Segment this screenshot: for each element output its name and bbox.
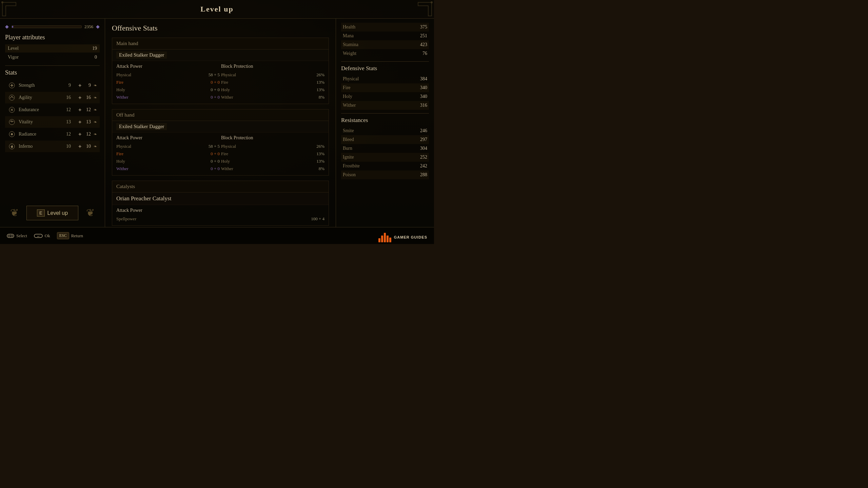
catalyst-stats: Attack Power Spellpower 100 + 4 [112, 205, 329, 225]
svg-point-1 [431, 1, 433, 3]
stat-radiance-base: 12 [66, 131, 71, 137]
gamer-guides-text: GAMER GUIDES [394, 235, 427, 239]
gamepad-ok-icon: ↩ [34, 233, 43, 239]
xp-icon-left: ◆ [5, 24, 9, 29]
main-hand-wither-atk: Wither 0 + 0 [116, 94, 220, 101]
stat-agility-arrow: ❧ [94, 95, 97, 100]
stat-agility-total: 16 [84, 95, 91, 100]
main-hand-block-title: Block Protection [221, 64, 324, 69]
stat-inferno-label: Inferno [19, 144, 66, 149]
stat-vitality-label: Vitality [19, 119, 66, 125]
header-bar: Level up [0, 0, 434, 19]
catalyst-spellpower: Spellpower 100 + 4 [116, 215, 324, 223]
off-hand-physical-blk: Physical 26% [221, 143, 324, 150]
stat-strength-base: 9 [68, 83, 71, 88]
stat-endurance-arrow: ❧ [94, 107, 97, 113]
health-label: Health [343, 24, 355, 30]
stat-strength-arrow: ❧ [94, 83, 97, 88]
stamina-row: Stamina 423 [341, 40, 429, 49]
off-hand-fire-atk: Fire 0 + 0 [116, 150, 220, 158]
def-fire-label: Fire [343, 85, 351, 90]
off-hand-weapon-name: Exiled Stalker Dagger [112, 121, 329, 133]
health-value: 375 [420, 24, 427, 30]
main-hand-section: Main hand Exiled Stalker Dagger Attack P… [112, 38, 329, 104]
off-hand-fire-blk: Fire 13% [221, 150, 324, 158]
corner-decoration-tl [1, 1, 18, 18]
gamepad-select-icon [7, 233, 14, 239]
main-hand-block-col: Block Protection Physical 26% Fire 13% H… [221, 64, 324, 101]
stamina-value: 423 [420, 42, 427, 47]
label: Wither [221, 95, 233, 100]
svg-text:↩: ↩ [37, 235, 39, 238]
levelup-label: Level up [47, 210, 68, 216]
levelup-button[interactable]: E Level up [26, 206, 78, 220]
off-hand-attack-title: Attack Power [116, 135, 220, 141]
xp-bar-container [12, 25, 82, 28]
label: Holy [221, 87, 230, 93]
label: Wither [116, 166, 129, 171]
label: Wither [116, 95, 129, 100]
res-frostbite-value: 242 [420, 163, 427, 169]
def-wither-value: 316 [420, 103, 427, 108]
main-hand-physical-blk: Physical 26% [221, 71, 324, 79]
svg-point-11 [11, 235, 13, 237]
stat-row-inferno: Inferno 10 ✦ 10 ❧ [5, 141, 100, 152]
right-divider-2 [341, 113, 429, 114]
weight-value: 76 [422, 51, 427, 56]
value: 0 + 0 [211, 95, 220, 100]
radiance-icon [8, 130, 16, 138]
left-panel: ◆ 2356 ◆ Player attributes Level 19 Vigo… [0, 19, 105, 227]
res-bleed-value: 297 [420, 137, 427, 142]
def-holy-row: Holy 340 [341, 92, 429, 101]
label: Holy [116, 87, 125, 93]
main-hand-fire-atk: Fire 0 + 0 [116, 79, 220, 86]
value: 0 + 0 [211, 151, 220, 157]
level-row: Level 19 [5, 44, 100, 53]
vitality-icon [8, 118, 16, 126]
gg-bar-5 [389, 238, 391, 242]
def-physical-label: Physical [343, 76, 359, 82]
mana-label: Mana [343, 33, 354, 39]
main-panel: Offensive Stats Main hand Exiled Stalker… [105, 19, 336, 227]
off-hand-attack-col: Attack Power Physical 58 + 5 Fire 0 + 0 … [116, 135, 220, 172]
res-frostbite-label: Frostbite [343, 163, 360, 169]
label: Fire [116, 80, 123, 85]
res-poison-row: Poison 288 [341, 170, 429, 179]
def-fire-value: 340 [420, 85, 427, 90]
value: 13% [316, 80, 324, 85]
stat-radiance-label: Radiance [19, 131, 66, 137]
right-divider-1 [341, 61, 429, 62]
main-hand-weapon-name: Exiled Stalker Dagger [112, 49, 329, 61]
stat-row-strength: Strength 9 ✦ 9 ❧ [5, 80, 100, 91]
def-physical-value: 384 [420, 76, 427, 82]
control-ok-label: Ok [45, 233, 50, 239]
stat-row-agility: Agility 16 ✦ 16 ❧ [5, 92, 100, 103]
main-hand-holy-atk: Holy 0 + 0 [116, 86, 220, 94]
stat-endurance-total: 12 [84, 107, 91, 113]
main-hand-wither-blk: Wither 8% [221, 94, 324, 101]
level-label: Level [8, 46, 19, 51]
label: Holy [116, 159, 125, 164]
xp-count: 2356 [84, 24, 93, 29]
res-poison-label: Poison [343, 172, 356, 178]
stat-inferno-cross: ✦ [78, 143, 82, 150]
gg-bar-2 [381, 236, 383, 242]
levelup-btn-area: ❦ E Level up ❦ [5, 201, 100, 222]
def-wither-label: Wither [343, 103, 356, 108]
stat-agility-label: Agility [19, 95, 66, 100]
stat-endurance-cross: ✦ [78, 107, 82, 113]
svg-point-10 [8, 235, 10, 237]
value: 26% [316, 144, 324, 149]
gg-bar-1 [378, 238, 380, 242]
def-fire-row: Fire 340 [341, 83, 429, 92]
res-frostbite-row: Frostbite 242 [341, 162, 429, 170]
res-bleed-label: Bleed [343, 137, 354, 142]
bottom-controls: Select ↩ Ok ESC Return [7, 232, 83, 239]
right-panel: Health 375 Mana 251 Stamina 423 Weight 7… [336, 19, 434, 227]
def-physical-row: Physical 384 [341, 75, 429, 83]
res-smite-row: Smite 246 [341, 126, 429, 135]
stat-vitality-total: 13 [84, 119, 91, 125]
stat-row-vitality: Vitality 13 ✦ 13 ❧ [5, 116, 100, 128]
divider-1 [5, 65, 100, 66]
off-hand-wither-atk: Wither 0 + 0 [116, 165, 220, 172]
